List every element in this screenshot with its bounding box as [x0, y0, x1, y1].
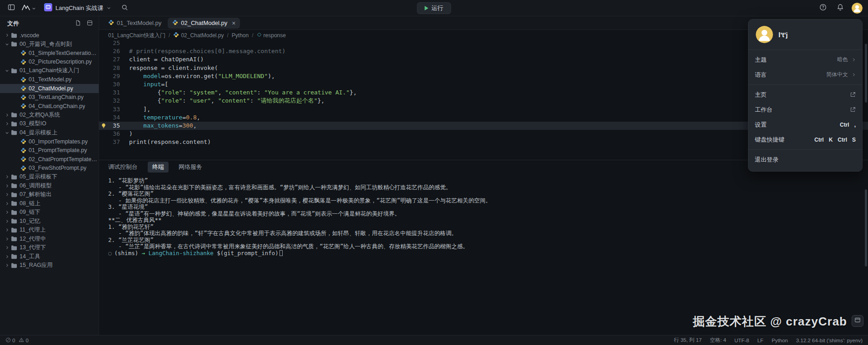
menu-item-1[interactable]: 主题暗色	[748, 52, 862, 67]
status-item[interactable]: Python	[772, 338, 788, 343]
warning-icon	[19, 337, 24, 344]
run-button[interactable]: 运行	[417, 2, 451, 14]
tree-item-folder[interactable]: 12_代理中	[0, 235, 99, 244]
line-number: 29	[99, 72, 125, 80]
chevron-down-icon	[32, 4, 36, 12]
terminal-cursor	[279, 250, 283, 256]
breadcrumb-segment[interactable]: 01_LangChain快速入门	[108, 32, 165, 39]
workspace-name: LangChain 实战课	[55, 4, 104, 12]
new-file-button[interactable]	[73, 19, 82, 28]
tree-item-folder[interactable]: 09_链下	[0, 208, 99, 217]
tree-item-folder[interactable]: 08_链上	[0, 199, 99, 208]
status-item[interactable]: UTF-8	[734, 338, 749, 343]
folder-icon	[10, 130, 18, 135]
tree-item-folder[interactable]: 14_工具	[0, 252, 99, 261]
tree-item-file[interactable]: 01_PromptTemplate.py	[0, 146, 99, 155]
terminal-output: 1. “花影梦坊” - “花影”描绘出花朵在光影下的美丽姿态，富有诗意和画面感。…	[108, 177, 868, 250]
tree-item-folder[interactable]: 05_提示模板下	[0, 172, 99, 182]
profile-username: l't'j	[778, 31, 788, 39]
tree-item-folder[interactable]: 11_代理上	[0, 226, 99, 235]
folder-icon	[10, 263, 18, 268]
app-logo-menu[interactable]	[22, 4, 36, 12]
breadcrumb-segment[interactable]: 02_ChatModel.py	[173, 32, 224, 39]
menu-item-3[interactable]: 设置Ctrl,	[748, 117, 862, 132]
terminal[interactable]: 1. “花影梦坊” - “花影”描绘出花朵在光影下的美丽姿态，富有诗意和画面感。…	[99, 174, 868, 335]
editor-tab[interactable]: 01_TextModel.py	[104, 18, 166, 29]
tree-item-folder[interactable]: .vscode	[0, 31, 99, 40]
chevron-right-icon	[4, 113, 10, 117]
user-avatar[interactable]	[852, 3, 863, 14]
collapse-all-icon	[87, 20, 93, 27]
chevron-right-icon	[852, 73, 856, 77]
shortcut-key: Ctrl	[814, 137, 824, 143]
tree-item-folder[interactable]: 10_记忆	[0, 217, 99, 226]
warning-count[interactable]: 0	[19, 337, 28, 344]
tree-item-folder[interactable]: 07_解析输出	[0, 190, 99, 199]
shortcut-key: ,	[854, 122, 856, 128]
tree-item-file[interactable]: 03_FewShotPrompt.py	[0, 164, 99, 173]
python-icon	[19, 148, 27, 153]
sidebar-toggle-button[interactable]	[5, 2, 17, 14]
tree-item-folder[interactable]: 02_文档QA系统	[0, 111, 99, 120]
status-item[interactable]: 行 35, 列 17	[674, 337, 702, 344]
python-icon	[19, 103, 27, 109]
tree-item-file[interactable]: 04_ChatLongChain.py	[0, 102, 99, 111]
watermark: 掘金技术社区 @ crazyCrab	[693, 314, 847, 330]
status-item[interactable]: LF	[757, 338, 763, 343]
status-item[interactable]: 3.12.2 64-bit ('shims': pyenv)	[796, 338, 863, 343]
editor-scrollbar[interactable]	[865, 44, 867, 103]
tree-item-folder[interactable]: 03_模型IO	[0, 119, 99, 128]
notifications-button[interactable]	[834, 2, 846, 14]
close-tab-icon[interactable]: ×	[232, 20, 235, 26]
chevron-right-icon	[4, 175, 10, 179]
status-item[interactable]: 空格: 4	[710, 337, 726, 344]
menu-item-1[interactable]: 退出登录	[748, 152, 862, 167]
tree-item-file[interactable]: 00_ImportTemplates.py	[0, 137, 99, 146]
breadcrumb-segment[interactable]: Python	[232, 32, 249, 39]
tree-item-file[interactable]: 02_PictureDescription.py	[0, 58, 99, 67]
tree-item-file[interactable]: 01_TextModel.py	[0, 75, 99, 84]
menu-item-2[interactable]: 语言简体中文	[748, 67, 862, 82]
chevron-down-icon	[4, 69, 10, 73]
tree-item-folder[interactable]: 00_开篇词_奇点时刻	[0, 40, 99, 49]
chevron-right-icon	[4, 263, 10, 267]
tree-item-folder[interactable]: 15_RAG应用	[0, 261, 99, 270]
help-button[interactable]	[817, 2, 829, 14]
tree-item-folder[interactable]: 13_代理下	[0, 243, 99, 252]
problems-indicator[interactable]: 00	[5, 337, 29, 344]
python-icon	[173, 32, 179, 39]
panel-tab[interactable]: 终端	[148, 162, 169, 172]
workspace-switcher[interactable]: LangChain 实战课	[40, 2, 115, 14]
tree-item-file[interactable]: 02_ChatPromptTemplate.py	[0, 155, 99, 164]
terminal-line: 2. “樱落花艺阁”	[108, 191, 868, 197]
chevron-right-icon	[4, 33, 10, 37]
prompt-directory: LangChain-shizhanke	[149, 250, 217, 257]
folder-icon	[10, 183, 18, 188]
menu-item-2[interactable]: 工作台	[748, 102, 862, 117]
tree-item-folder[interactable]: 01_LangChain快速入门	[0, 66, 99, 75]
search-button[interactable]	[119, 2, 131, 14]
panel-tab[interactable]: 网络服务	[179, 163, 202, 171]
terminal-popout-button[interactable]	[852, 315, 863, 327]
terminal-prompt[interactable]: ○(shims) → LangChain-shizhanke $(git_pro…	[108, 250, 868, 257]
python-icon	[19, 59, 27, 65]
tree-item-file[interactable]: 01_SimpleTextGeneration.py	[0, 49, 99, 58]
error-count[interactable]: 0	[5, 337, 15, 344]
tree-item-folder[interactable]: 04_提示模板上	[0, 128, 99, 138]
menu-item-1[interactable]: 主页	[748, 87, 862, 102]
collapse-folders-button[interactable]	[85, 19, 94, 28]
search-icon	[121, 4, 128, 12]
breadcrumb-segment[interactable]: response	[257, 32, 286, 39]
tree-item-folder[interactable]: 06_调用模型	[0, 182, 99, 191]
python-icon	[19, 77, 27, 83]
line-number: 28	[99, 64, 125, 72]
panel-tab[interactable]: 调试控制台	[108, 163, 138, 171]
editor-tab[interactable]: 02_ChatModel.py×	[168, 18, 240, 29]
tree-item-file[interactable]: 02_ChatModel.py	[0, 84, 99, 93]
line-number: 34	[99, 113, 125, 122]
menu-item-4[interactable]: 键盘快捷键CtrlKCtrlS	[748, 132, 862, 147]
tree-item-file[interactable]: 03_TextLangChain.py	[0, 93, 99, 102]
folder-icon	[10, 33, 18, 38]
line-number: 36	[99, 130, 125, 138]
terminal-scrollbar[interactable]	[865, 189, 867, 266]
